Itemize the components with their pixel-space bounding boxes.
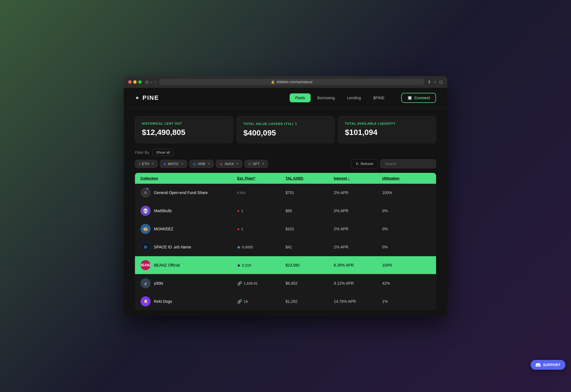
td-floor: 🔗 1,839.91 <box>237 281 286 285</box>
search-input[interactable] <box>380 159 436 168</box>
td-interest: 2% APR <box>334 227 382 231</box>
table-container: Collection Est. Floor* TAL (USD) Interes… <box>124 173 447 316</box>
stat-tvl-value: $400,095 <box>243 129 328 137</box>
nav-lending[interactable]: Lending <box>342 93 367 102</box>
td-utilization: 100% <box>382 190 430 195</box>
tvl-info-icon[interactable]: ℹ <box>295 122 297 126</box>
connect-button[interactable]: 🔲 Connect <box>401 93 436 103</box>
navbar: ⋆ PINE Pools Borrowing Lending $PINE 🔲 C… <box>124 88 447 108</box>
minimize-dot[interactable] <box>133 80 137 84</box>
floor-value: 1,839.91 <box>244 281 258 285</box>
matic-chip-close-icon[interactable]: ✕ <box>181 162 183 166</box>
filter-chip-eth[interactable]: ⟠ ETH ✕ <box>135 160 158 168</box>
stat-liquidity: TOTAL AVAILABLE LIQUIDITY $101,094 <box>338 116 436 143</box>
td-tal: $751 <box>286 190 334 195</box>
nav-pine[interactable]: $PINE <box>368 93 390 102</box>
stat-tvl-label: TOTAL VALUE LOCKED (TVL) ℹ <box>243 122 328 126</box>
avatar-text: BEANZ <box>141 263 151 267</box>
address-bar[interactable]: 🔒 dribbble.com/sashalazar <box>159 79 424 85</box>
table-row[interactable]: G SFT General Open-end Fund Share ℹ N/A … <box>135 184 436 202</box>
filter-chips-row: ⟠ ETH ✕ ◈ MATIC ✕ ◎ ARB ✕ ▲ <box>135 159 436 168</box>
table-row[interactable]: 💀 MadSkullz ● 1 $80 2% APR 0% <box>135 202 436 220</box>
td-floor: ● 1 <box>237 227 286 231</box>
floor-chain-icon: ● <box>237 227 239 231</box>
floor-chain-icon: ● <box>237 209 239 213</box>
filter-chip-arb[interactable]: ◎ ARB ✕ <box>189 160 214 168</box>
stat-tvl: TOTAL VALUE LOCKED (TVL) ℹ $400,095 <box>236 116 335 143</box>
td-interest: 2% APR <box>334 190 382 195</box>
stat-historical: HISTORICAL LENT OUT $12,490,805 <box>135 116 233 143</box>
maximize-dot[interactable] <box>138 80 142 84</box>
stats-row: HISTORICAL LENT OUT $12,490,805 TOTAL VA… <box>124 108 447 149</box>
td-utilization: 0% <box>382 245 430 249</box>
browser-titlebar: ⊟ ‹ › 🔒 dribbble.com/sashalazar ⬆ + ⊡ <box>124 76 447 88</box>
td-utilization: 1% <box>382 299 430 304</box>
eth-chip-label: ETH <box>142 162 149 166</box>
table-row[interactable]: 🐵 MONKEEZ ● 1 $101 2% APR 0% <box>135 220 436 238</box>
sidebar-toggle-icon[interactable]: ⊟ <box>145 79 149 85</box>
browser-nav-controls: ⊟ ‹ › <box>145 79 156 85</box>
refresh-button[interactable]: ↻ Refresh <box>351 159 378 168</box>
arb-chain-icon: ◎ <box>193 162 196 166</box>
arb-chip-close-icon[interactable]: ✕ <box>207 162 210 166</box>
nav-borrowing[interactable]: Borrowing <box>312 93 340 102</box>
filter-by-row: Filter By Show all <box>135 149 436 156</box>
connect-wallet-icon: 🔲 <box>407 96 412 100</box>
td-tal: $41 <box>286 245 334 249</box>
logo-tree-icon: ⋆ <box>135 94 140 102</box>
refresh-icon: ↻ <box>356 162 359 166</box>
nav-pools[interactable]: Pools <box>290 93 311 102</box>
th-utilization: Utilization <box>382 176 430 180</box>
split-view-icon[interactable]: ⊡ <box>439 79 443 85</box>
td-floor: ◆ 0.0005 <box>237 245 286 249</box>
collection-name: BEANZ Official <box>154 263 180 267</box>
avatar: 💀 <box>141 206 151 216</box>
td-floor: ◆ 0.219 <box>237 263 286 267</box>
td-interest: 2% APR <box>334 209 382 213</box>
back-icon[interactable]: ‹ <box>151 79 152 85</box>
td-utilization: 42% <box>382 281 430 285</box>
floor-value: 0.219 <box>242 263 251 267</box>
th-floor: Est. Floor* <box>237 176 286 180</box>
td-utilization: 0% <box>382 227 430 231</box>
td-tal: $80 <box>286 209 334 213</box>
floor-chain-icon: 🔗 <box>237 281 242 285</box>
td-interest: 9.12% APR <box>334 281 382 285</box>
avatar-text: 🐵 <box>143 226 148 232</box>
support-button[interactable]: SUPPORT <box>531 360 565 370</box>
collection-cell: 💀 MadSkullz <box>141 206 237 216</box>
table-row[interactable]: ⊙ SPACE ID .arb Name ◆ 0.0005 $41 2% APR… <box>135 238 436 256</box>
avax-chip-close-icon[interactable]: ✕ <box>236 162 239 166</box>
table-row-highlighted[interactable]: BEANZ BEANZ Official ◆ 0.219 $23,580 6.2… <box>135 256 436 274</box>
new-tab-icon[interactable]: + <box>434 79 436 85</box>
url-text: dribbble.com/sashalazar <box>277 80 313 84</box>
collection-cell: BEANZ BEANZ Official <box>141 260 237 270</box>
eth-chip-close-icon[interactable]: ✕ <box>151 162 154 166</box>
app-container: ⋆ PINE Pools Borrowing Lending $PINE 🔲 C… <box>124 88 447 316</box>
filter-chip-matic[interactable]: ◈ MATIC ✕ <box>160 160 187 168</box>
stat-liquidity-value: $101,094 <box>345 128 429 137</box>
floor-chain-icon: ◆ <box>237 245 240 249</box>
floor-chain-icon: ◆ <box>237 263 240 267</box>
show-all-button[interactable]: Show all <box>153 149 173 156</box>
forward-icon[interactable]: › <box>154 79 156 85</box>
avatar: 🐶 <box>141 296 151 306</box>
avatar-text: y <box>144 281 146 285</box>
sft-chip-close-icon[interactable]: ✕ <box>262 162 264 166</box>
td-tal: $1,292 <box>286 299 334 304</box>
avatar-text: 🐶 <box>143 299 148 304</box>
td-tal: $101 <box>286 227 334 231</box>
filter-chip-avax[interactable]: ▲ AVAX ✕ <box>216 160 242 168</box>
td-tal: $23,580 <box>286 263 334 267</box>
table-row[interactable]: 🐶 Rekt Dogs 🔗 19 $1,292 14.76% APR 1% <box>135 292 436 310</box>
close-dot[interactable] <box>128 80 132 84</box>
sft-chain-icon: ⬡ <box>248 162 251 166</box>
share-icon[interactable]: ⬆ <box>427 79 431 85</box>
table-row[interactable]: y y00ts 🔗 1,839.91 $6,452 9.12% APR 42% <box>135 274 436 292</box>
avatar: G SFT <box>141 188 151 198</box>
filter-chip-sft[interactable]: ⬡ SFT ✕ <box>245 160 268 168</box>
collection-name: SPACE ID .arb Name <box>154 245 191 249</box>
td-interest: 6.28% APR <box>334 263 382 267</box>
collection-name: y00ts <box>154 281 163 285</box>
stat-historical-label: HISTORICAL LENT OUT <box>142 122 226 125</box>
